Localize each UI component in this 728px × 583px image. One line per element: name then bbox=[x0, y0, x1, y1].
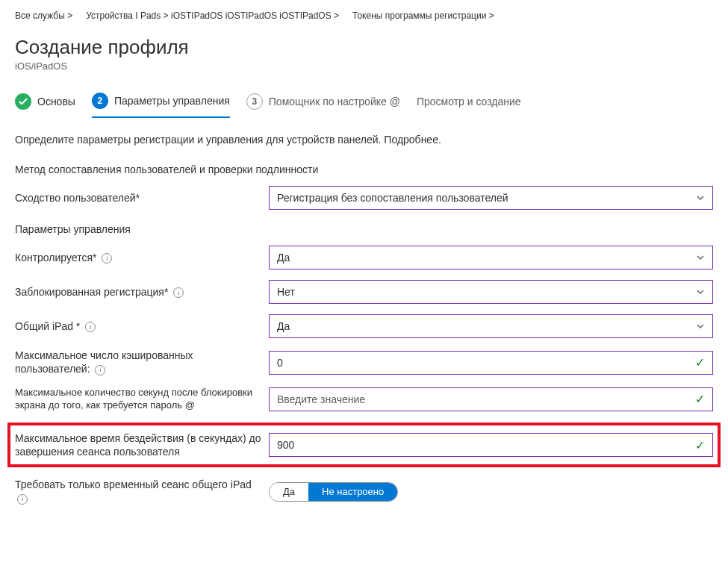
highlighted-row: Максимальное время бездействия (в секунд… bbox=[7, 423, 721, 467]
valid-check-icon: ✓ bbox=[695, 438, 705, 452]
info-icon[interactable]: i bbox=[85, 322, 96, 332]
shared-ipad-label: Общий iPad * i bbox=[15, 319, 269, 334]
row-supervised: Контролируется* i Да bbox=[15, 246, 713, 269]
info-icon[interactable]: i bbox=[17, 494, 28, 505]
max-seconds-lock-field[interactable] bbox=[277, 393, 695, 405]
max-cached-users-field[interactable] bbox=[277, 357, 695, 369]
row-user-affinity: Сходство пользователей* Регистрация без … bbox=[15, 186, 713, 210]
max-cached-users-label: Максимальное число кэшированных пользова… bbox=[15, 349, 269, 376]
step-number-icon: 3 bbox=[246, 93, 263, 110]
temp-session-toggle[interactable]: Да Не настроено bbox=[269, 482, 398, 502]
description-text: Определите параметры регистрации и управ… bbox=[15, 134, 713, 146]
supervised-label: Контролируется* i bbox=[15, 251, 269, 265]
user-affinity-select[interactable]: Регистрация без сопоставления пользовате… bbox=[269, 186, 713, 210]
step-setup-assistant[interactable]: 3 Помощник по настройке @ bbox=[246, 93, 400, 117]
step-setup-assistant-label: Помощник по настройке @ bbox=[269, 96, 400, 107]
max-cached-users-input[interactable]: ✓ bbox=[269, 351, 713, 375]
row-max-cached-users: Максимальное число кэшированных пользова… bbox=[15, 349, 713, 376]
toggle-option-not-configured[interactable]: Не настроено bbox=[308, 483, 397, 501]
row-temp-session-only: Требовать только временный сеанс общего … bbox=[15, 478, 713, 505]
page-title: Создание профиля bbox=[15, 36, 713, 59]
shared-ipad-select[interactable]: Да bbox=[269, 314, 713, 338]
user-affinity-value: Регистрация без сопоставления пользовате… bbox=[277, 192, 508, 204]
breadcrumbs: Все службы > Устройства I Pads > iOSTIPa… bbox=[15, 7, 713, 30]
info-icon[interactable]: i bbox=[173, 287, 184, 298]
locked-enrollment-select[interactable]: Нет bbox=[269, 280, 713, 304]
chevron-down-icon bbox=[696, 253, 705, 262]
temp-session-only-label: Требовать только временный сеанс общего … bbox=[15, 478, 269, 505]
valid-check-icon: ✓ bbox=[695, 392, 705, 406]
row-locked-enrollment: Заблокированная регистрация* i Нет bbox=[15, 280, 713, 304]
checkmark-icon bbox=[15, 93, 31, 110]
step-review-create[interactable]: Просмотр и создание bbox=[417, 96, 521, 115]
step-basics-label: Основы bbox=[37, 96, 75, 107]
row-max-seconds-lock: Максимальное количество секунд после бло… bbox=[15, 387, 713, 412]
step-basics[interactable]: Основы bbox=[15, 93, 75, 117]
step-review-create-label: Просмотр и создание bbox=[417, 96, 521, 107]
shared-ipad-value: Да bbox=[277, 320, 290, 332]
max-idle-time-field[interactable] bbox=[277, 439, 695, 451]
row-shared-ipad: Общий iPad * i Да bbox=[15, 314, 713, 338]
locked-enrollment-value: Нет bbox=[277, 286, 295, 298]
step-management[interactable]: 2 Параметры управления bbox=[92, 93, 230, 118]
wizard-steps: Основы 2 Параметры управления 3 Помощник… bbox=[15, 93, 713, 119]
step-number-icon: 2 bbox=[92, 93, 108, 109]
valid-check-icon: ✓ bbox=[695, 355, 705, 370]
max-seconds-lock-label: Максимальное количество секунд после бло… bbox=[15, 387, 269, 412]
info-icon[interactable]: i bbox=[102, 253, 112, 264]
chevron-down-icon bbox=[696, 322, 705, 331]
row-max-idle-time: Максимальное время бездействия (в секунд… bbox=[15, 431, 713, 458]
user-affinity-label: Сходство пользователей* bbox=[15, 191, 269, 205]
toggle-option-yes[interactable]: Да bbox=[270, 483, 308, 501]
max-idle-time-label: Максимальное время бездействия (в секунд… bbox=[15, 431, 269, 458]
breadcrumb-devices[interactable]: Устройства I Pads > iOSTIPadOS iOSTIPadO… bbox=[86, 10, 339, 21]
breadcrumb-tokens[interactable]: Токены программы регистрации > bbox=[352, 10, 494, 21]
step-management-label: Параметры управления bbox=[114, 95, 230, 107]
max-seconds-lock-input[interactable]: ✓ bbox=[269, 387, 713, 411]
section-user-auth: Метод сопоставления пользователей и пров… bbox=[15, 163, 713, 175]
supervised-select[interactable]: Да bbox=[269, 246, 713, 269]
chevron-down-icon bbox=[696, 193, 705, 202]
supervised-value: Да bbox=[277, 252, 290, 264]
chevron-down-icon bbox=[696, 287, 705, 296]
section-management: Параметры управления bbox=[15, 223, 713, 235]
max-idle-time-input[interactable]: ✓ bbox=[269, 433, 713, 457]
page-subtitle: iOS/iPadOS bbox=[15, 60, 713, 72]
breadcrumb-all-services[interactable]: Все службы > bbox=[15, 10, 72, 21]
locked-enrollment-label: Заблокированная регистрация* i bbox=[15, 285, 269, 299]
info-icon[interactable]: i bbox=[95, 365, 105, 375]
